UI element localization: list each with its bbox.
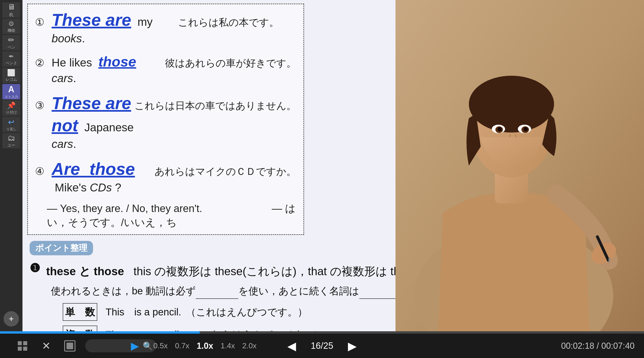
bottom-toolbar-icons: ✕: [12, 336, 80, 356]
progress-bar-container[interactable]: [0, 331, 644, 334]
point-badge: ポイント整理: [30, 241, 93, 255]
time-display: 00:02:18 / 00:07:40: [561, 341, 634, 351]
toolbar-text[interactable]: A スト入力: [2, 84, 20, 100]
toolbar-undo[interactable]: ↩ り直し: [2, 117, 20, 132]
sentence-japanese-1: これらは私の本です。: [178, 16, 296, 29]
sentence-row-4: ④ Are those Mike's CDs ? あれらはマイクのＣＤですか。: [35, 158, 296, 195]
blank-1a: [196, 292, 238, 299]
sentence-num-2: ②: [35, 56, 47, 70]
expand-icon: [64, 340, 76, 352]
search-box[interactable]: 🔍: [85, 339, 156, 352]
singular-japanese: （これはえんぴつです。）: [186, 304, 308, 320]
point-bullet-1: ❶: [30, 261, 46, 275]
prev-button[interactable]: ◀: [282, 336, 301, 356]
svg-point-10: [524, 127, 528, 131]
svg-rect-15: [23, 341, 27, 345]
time-total: 00:07:40: [602, 341, 634, 351]
svg-rect-19: [66, 342, 73, 349]
toolbar-pen[interactable]: ✏ ペン: [2, 35, 20, 50]
yes-no-row: — Yes, they are. / No, they aren't. ― はい…: [47, 202, 296, 230]
next-button[interactable]: ▶: [343, 336, 362, 356]
close-icon: ✕: [42, 340, 51, 352]
bottom-close-button[interactable]: ✕: [36, 336, 57, 356]
play-pause-button[interactable]: ▶: [126, 336, 144, 356]
left-toolbar: 🖥 机 ⚙ 機能 ✏ ペン ✒ ペン２ ⬜ レゴム A スト入力 📌 り付け ↩: [0, 0, 22, 334]
video-container: 🖥 机 ⚙ 機能 ✏ ペン ✒ ペン２ ⬜ レゴム A スト入力 📌 り付け ↩: [0, 0, 644, 358]
sentence-english-1: These are my books.: [52, 9, 178, 46]
sentence-english-4: Are those Mike's CDs ?: [52, 158, 154, 195]
svg-point-9: [498, 127, 502, 131]
sentence-num-1: ①: [35, 16, 47, 29]
speed-1.4x[interactable]: 1.4x: [219, 340, 237, 351]
grid-icon: [16, 340, 28, 352]
svg-rect-17: [23, 347, 27, 351]
page-total: 25: [323, 341, 333, 351]
speed-1.0x[interactable]: 1.0x: [195, 340, 215, 352]
sentence-japanese-2: 彼はあれらの車が好きです。: [165, 57, 296, 70]
toolbar-pen2[interactable]: ✒ ペン２: [2, 51, 20, 67]
sentence-num-4: ④: [35, 164, 47, 178]
speed-0.7x[interactable]: 0.7x: [173, 340, 191, 351]
play-icon: ▶: [131, 340, 139, 352]
sentence-row-3: ③ These are not Japanese cars. これらは日本の車で…: [35, 92, 296, 152]
toolbar-add-button[interactable]: +: [4, 311, 19, 326]
next-icon: ▶: [348, 339, 357, 352]
handwritten-those: those: [98, 54, 136, 70]
speed-controls: 0.5x 0.7x 1.0x 1.4x 2.0x: [152, 340, 258, 352]
svg-rect-16: [18, 347, 22, 351]
sentences-box: ① These are my books. これらは私の本です。 ② He li…: [27, 4, 304, 235]
sentence-japanese-4: あれらはマイクのＣＤですか。: [154, 165, 296, 178]
speed-0.5x[interactable]: 0.5x: [152, 340, 170, 351]
controls-bar: ✕ 🔍 ◀ 16/25 ▶: [0, 334, 644, 358]
prev-icon: ◀: [287, 339, 296, 352]
sentence-japanese-3: これらは日本の車ではありません。: [134, 100, 296, 112]
toolbar-function[interactable]: ⚙ 機能: [2, 19, 20, 34]
bottom-expand-button[interactable]: [59, 336, 80, 356]
sentence-english-2: He likes those cars.: [52, 52, 165, 86]
singular-english: This is a pencil.: [106, 304, 181, 320]
speed-2.0x[interactable]: 2.0x: [240, 340, 258, 351]
teacher-video: [396, 0, 644, 334]
time-current: 00:02:18: [561, 341, 594, 351]
handwritten-are-those: Are those: [52, 160, 135, 178]
time-separator: /: [597, 341, 602, 351]
toolbar-eraser[interactable]: ⬜ レゴム: [2, 68, 20, 83]
svg-rect-14: [18, 341, 22, 345]
point1-title: these と those: [46, 265, 124, 278]
toolbar-view[interactable]: 🗂 ユー: [2, 133, 20, 148]
singular-box: 単 数: [63, 303, 97, 321]
toolbar-attach[interactable]: 📌 り付け: [2, 100, 20, 116]
page-indicator: 16/25: [306, 341, 338, 351]
teacher-svg: [396, 0, 644, 334]
page-current: 16: [311, 341, 321, 351]
bottom-grid-button[interactable]: [12, 336, 33, 356]
yes-no-english: — Yes, they are. / No, they aren't.: [47, 202, 202, 214]
toolbar-desk[interactable]: 🖥 机: [2, 2, 20, 18]
sentence-row-2: ② He likes those cars. 彼はあれらの車が好きです。: [35, 52, 296, 86]
sentence-english-3: These are not Japanese cars.: [52, 92, 134, 152]
plus-icon: +: [9, 314, 14, 324]
handwritten-these-not: These are not: [52, 94, 131, 135]
progress-bar-fill: [0, 331, 200, 334]
handwritten-these-are: These are: [52, 10, 131, 29]
sentence-row-1: ① These are my books. これらは私の本です。: [35, 9, 296, 46]
center-controls: ◀ 16/25 ▶: [282, 336, 362, 356]
sentence-num-3: ③: [35, 99, 47, 112]
